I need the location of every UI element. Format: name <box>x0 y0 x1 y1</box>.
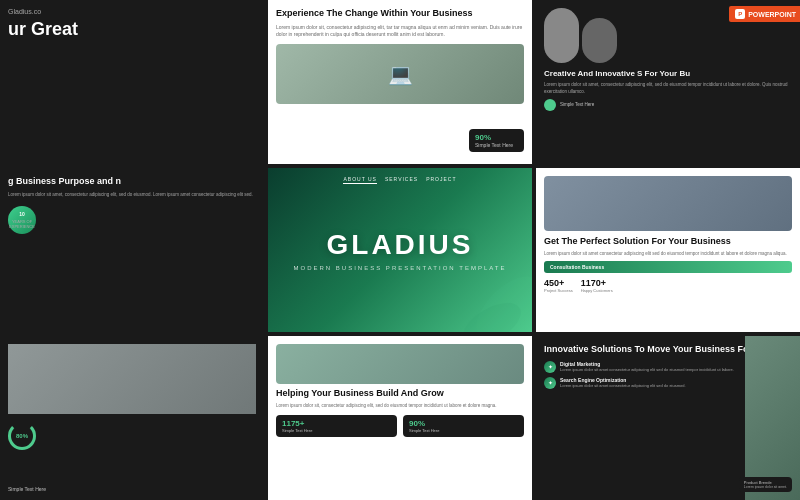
slide3-img-tall <box>544 8 579 63</box>
slide2-image: 💻 <box>276 44 524 104</box>
slide6-stat1-label: Project Success <box>544 288 573 293</box>
meeting-photo <box>544 176 792 231</box>
slide6-body: Lorem ipsum dolor sit amet consectetur a… <box>544 251 792 257</box>
slide7-progress: 80% <box>8 422 36 450</box>
slide4-experience-badge: 10 YEARS OF EXPERIENCE <box>8 206 36 234</box>
ppt-icon: P <box>735 9 745 19</box>
slide7-image <box>8 344 256 414</box>
slide6-stat1: 450+ Project Success <box>544 278 573 293</box>
slide-3: P POWERPOINT Creative And Innovative S F… <box>536 0 800 164</box>
slide6-stat1-num: 450+ <box>544 278 573 288</box>
service2-body: Lorem ipsum dolor sit amet consectetur a… <box>560 383 686 389</box>
slide3-stat-label: Simple Text Here <box>560 102 594 107</box>
slide3-img-short <box>582 18 617 63</box>
service1-body: Lorem ipsum dolor sit amet consectetur a… <box>560 367 734 373</box>
slide-2: Experience The Change Within Your Busine… <box>268 0 532 164</box>
slide2-stat-label: Simple Text Here <box>475 142 518 149</box>
slide6-stat2: 1170+ Happy Customers <box>581 278 613 293</box>
slide8-stat2-label: Simple Text Here <box>409 428 518 433</box>
slide8-image <box>276 344 524 384</box>
leaf-decoration <box>452 252 532 332</box>
slide1-logo: Gladius.co <box>8 8 256 15</box>
slide8-stat2: 90% Simple Text Here <box>403 415 524 437</box>
slide1-great-text: ur Great <box>8 19 256 40</box>
nav-item-about[interactable]: ABOUT US <box>343 176 376 184</box>
slide-5-gladius: ABOUT US SERVICES PROJECT GLADIUS MODERN… <box>268 168 532 332</box>
powerpoint-label: POWERPOINT <box>748 11 796 18</box>
slide3-headline: Creative And Innovative S For Your Bu <box>544 69 792 79</box>
slide6-image <box>544 176 792 231</box>
slide5-navbar: ABOUT US SERVICES PROJECT <box>268 176 532 184</box>
slide7-stat-label: Simple Text Here <box>8 486 46 492</box>
slide4-years-label: YEARS OF EXPERIENCE <box>8 219 36 229</box>
slide3-body: Lorem ipsum dolor sit amet, consectetur … <box>544 82 792 95</box>
slide8-stats: 1175+ Simple Text Here 90% Simple Text H… <box>276 415 524 437</box>
slide4-headline: g Business Purpose and n <box>8 176 256 188</box>
powerpoint-badge: P POWERPOINT <box>729 6 800 22</box>
service1-icon: ✦ <box>544 361 556 373</box>
service2-icon: ✦ <box>544 377 556 389</box>
slide-1: Gladius.co ur Great <box>0 0 264 164</box>
slide6-consult-badge: Consultation Business <box>544 261 792 273</box>
slide6-stat2-label: Happy Customers <box>581 288 613 293</box>
slide-9: Innovative Solutions To Move Your Busine… <box>536 336 800 500</box>
slide4-years-num: 10 <box>8 211 36 217</box>
nav-item-project[interactable]: PROJECT <box>426 176 456 184</box>
slide9-stat-body: Lorem ipsum dolor sit amet. <box>744 485 787 489</box>
slide8-stat2-num: 90% <box>409 419 518 428</box>
slide2-headline: Experience The Change Within Your Busine… <box>276 8 524 20</box>
slide2-stat-box: 90% Simple Text Here <box>469 129 524 153</box>
slide3-stat-icon <box>544 99 556 111</box>
slide2-body: Lorem ipsum dolor sit, consectetur adipi… <box>276 24 524 38</box>
slide-4: g Business Purpose and n Lorem ipsum dol… <box>0 168 264 332</box>
slide9-stat-badge: Product Brende Lorem ipsum dolor sit ame… <box>739 477 792 492</box>
slide8-body: Lorem ipsum dolor sit, consectetur adipi… <box>276 403 524 409</box>
nav-item-services[interactable]: SERVICES <box>385 176 418 184</box>
slide7-person <box>8 344 256 414</box>
slide3-stat: Simple Text Here <box>544 99 792 111</box>
slide8-headline: Helping Your Business Build And Grow <box>276 388 524 400</box>
slide6-stat2-num: 1170+ <box>581 278 613 288</box>
slide2-stat-num: 90% <box>475 133 518 142</box>
slide-7: 80% Simple Text Here <box>0 336 264 500</box>
slide9-image <box>745 336 800 500</box>
slide-6: Get The Perfect Solution For Your Busine… <box>536 168 800 332</box>
slide6-headline: Get The Perfect Solution For Your Busine… <box>544 236 792 248</box>
slide8-stat1-num: 1175+ <box>282 419 391 428</box>
slide4-body: Lorem ipsum dolor sit amet, consectetur … <box>8 192 256 198</box>
slide8-stat1: 1175+ Simple Text Here <box>276 415 397 437</box>
laptop-icon: 💻 <box>276 44 524 104</box>
slide6-stats: 450+ Project Success 1170+ Happy Custome… <box>544 278 792 293</box>
slide-8: Helping Your Business Build And Grow Lor… <box>268 336 532 500</box>
slide8-stat1-label: Simple Text Here <box>282 428 391 433</box>
consult-label: Consultation Business <box>550 264 786 270</box>
